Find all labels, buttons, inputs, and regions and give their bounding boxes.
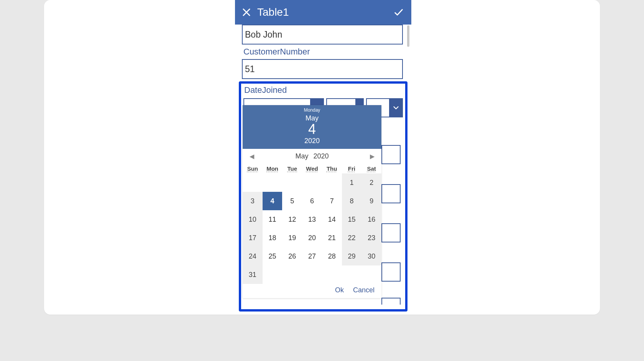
submit-check-icon[interactable]	[392, 7, 405, 18]
calendar-day[interactable]: 24	[243, 247, 263, 265]
calendar-day[interactable]: 5	[282, 192, 302, 210]
chevron-down-icon[interactable]	[389, 98, 403, 117]
calendar-day[interactable]: 10	[243, 210, 263, 229]
next-month-icon[interactable]: ▶	[367, 151, 378, 162]
date-joined-label: DateJoined	[243, 85, 403, 98]
selected-day: 4	[243, 122, 381, 136]
calendar-day[interactable]: 29	[342, 247, 362, 265]
calendar-dow: Sun	[243, 164, 263, 173]
calendar-dow: Fri	[342, 164, 362, 173]
selected-year: 2020	[243, 137, 381, 145]
calendar-dow: Mon	[263, 164, 283, 173]
hidden-field[interactable]	[381, 223, 401, 242]
calendar-day[interactable]: 9	[361, 192, 381, 210]
calendar-day	[263, 265, 283, 284]
calendar-ok-button[interactable]: Ok	[335, 286, 344, 294]
calendar-day[interactable]: 12	[282, 210, 302, 229]
hidden-field[interactable]	[381, 298, 401, 305]
calendar-day[interactable]: 4	[263, 192, 283, 210]
calendar-day[interactable]: 23	[361, 229, 381, 247]
calendar-day[interactable]: 30	[361, 247, 381, 265]
calendar-day[interactable]: 27	[302, 247, 322, 265]
calendar-day[interactable]: 25	[263, 247, 283, 265]
calendar-dow: Tue	[282, 164, 302, 173]
customer-number-input[interactable]	[242, 59, 403, 79]
calendar-day[interactable]: 22	[342, 229, 362, 247]
page-title: Table1	[252, 6, 392, 18]
hidden-field[interactable]	[381, 184, 401, 203]
hidden-field[interactable]	[381, 145, 401, 164]
calendar-day	[322, 265, 342, 284]
calendar-day[interactable]: 26	[282, 247, 302, 265]
calendar-day[interactable]: 7	[322, 192, 342, 210]
calendar-day	[282, 173, 302, 192]
calendar-day	[302, 265, 322, 284]
date-joined-section: DateJoined	[239, 81, 407, 312]
close-icon[interactable]	[241, 7, 252, 18]
calendar-day[interactable]: 21	[322, 229, 342, 247]
calendar-day[interactable]: 16	[361, 210, 381, 229]
calendar-dow-row: SunMonTueWedThuFriSat	[243, 164, 381, 173]
calendar-day[interactable]: 19	[282, 229, 302, 247]
calendar-day[interactable]: 8	[342, 192, 362, 210]
calendar-header: Monday May 4 2020	[243, 105, 381, 149]
calendar-popup: Monday May 4 2020 ◀ May 2020 ▶ SunMonTue…	[243, 105, 381, 298]
calendar-dow: Sat	[361, 164, 381, 173]
calendar-day[interactable]: 28	[322, 247, 342, 265]
calendar-day[interactable]: 15	[342, 210, 362, 229]
calendar-day[interactable]: 20	[302, 229, 322, 247]
calendar-dow: Thu	[322, 164, 342, 173]
selected-dayofweek: Monday	[243, 107, 381, 113]
calendar-footer: Ok Cancel	[243, 284, 381, 298]
calendar-nav: ◀ May 2020 ▶	[243, 149, 381, 164]
calendar-day[interactable]: 11	[263, 210, 283, 229]
hidden-field[interactable]	[381, 262, 401, 282]
calendar-day[interactable]: 1	[342, 173, 362, 192]
calendar-day[interactable]: 6	[302, 192, 322, 210]
calendar-dow: Wed	[302, 164, 322, 173]
calendar-day	[302, 173, 322, 192]
calendar-day[interactable]: 2	[361, 173, 381, 192]
calendar-day[interactable]: 18	[263, 229, 283, 247]
app-topbar: Table1	[235, 0, 411, 25]
app-frame: Table1 CustomerNumber DateJoined	[235, 0, 411, 315]
calendar-day[interactable]: 14	[322, 210, 342, 229]
name-input[interactable]	[242, 25, 403, 45]
calendar-day[interactable]: 3	[243, 192, 263, 210]
name-field-group	[242, 25, 404, 45]
calendar-day[interactable]: 31	[243, 265, 263, 284]
form-area: CustomerNumber DateJoined	[235, 25, 411, 315]
calendar-day[interactable]: 17	[243, 229, 263, 247]
calendar-day	[361, 265, 381, 284]
calendar-day	[263, 173, 283, 192]
calendar-cancel-button[interactable]: Cancel	[353, 286, 375, 294]
calendar-day	[322, 173, 342, 192]
scrollbar-thumb[interactable]	[407, 25, 409, 47]
customer-number-group: CustomerNumber	[242, 47, 404, 79]
calendar-day	[342, 265, 362, 284]
calendar-body: 1234567891011121314151617181920212223242…	[243, 173, 381, 284]
calendar-day	[282, 265, 302, 284]
screenshot-card: Table1 CustomerNumber DateJoined	[44, 0, 600, 315]
calendar-day	[243, 173, 263, 192]
customer-number-label: CustomerNumber	[242, 47, 404, 57]
prev-month-icon[interactable]: ◀	[246, 151, 257, 162]
calendar-day[interactable]: 13	[302, 210, 322, 229]
calendar-month-year[interactable]: May 2020	[294, 152, 330, 160]
